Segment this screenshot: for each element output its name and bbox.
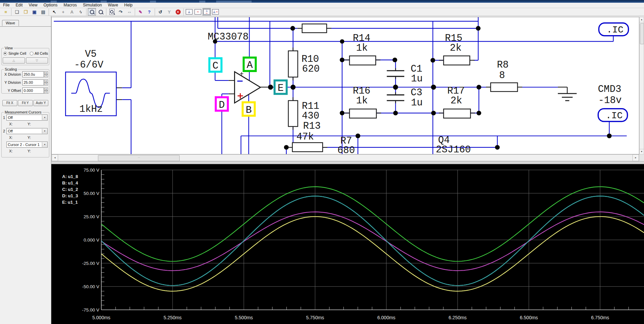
- y-offset-spinner[interactable]: ▲▼: [44, 88, 48, 94]
- cursor1-select[interactable]: Off ▼: [6, 115, 48, 121]
- trace-a-u1_8: [101, 187, 644, 261]
- menu-macros[interactable]: Macros: [60, 3, 80, 8]
- schematic-wires: [54, 17, 627, 154]
- capacitor-c1: [387, 71, 404, 76]
- trace-e-u1_1: [101, 196, 644, 285]
- zoom-fit-icon[interactable]: [108, 8, 116, 16]
- schematic-label--6/6v: -6/6V: [74, 59, 103, 71]
- dropdown-arrow-icon[interactable]: ▼: [42, 129, 47, 133]
- crosshair-icon[interactable]: +: [59, 8, 67, 16]
- scroll-up-icon[interactable]: ▲: [640, 17, 644, 22]
- waveform-viewer[interactable]: 5.000ms5.250ms5.500ms5.750ms6.000ms6.250…: [51, 164, 644, 324]
- help-icon[interactable]: ?: [145, 8, 153, 16]
- window-titlebar[interactable]: [0, 0, 644, 3]
- radio-single-cell-label: Single Cell: [8, 51, 26, 55]
- menu-options[interactable]: Options: [41, 3, 60, 8]
- y-tick-label: 25.00 V: [83, 214, 99, 219]
- rotate-icon[interactable]: ↷: [117, 8, 125, 16]
- y-offset-input[interactable]: 0.000: [22, 88, 44, 94]
- schematic-label-1k: 1k: [356, 43, 368, 54]
- cursor1-x-label: X:: [9, 122, 12, 126]
- netlist-wave-icon[interactable]: ≡: [2, 8, 10, 16]
- legend-item-b: B: u1_4: [62, 180, 78, 185]
- probe-letter-e: E: [278, 82, 284, 94]
- window-wave-icon[interactable]: ∼: [194, 8, 202, 16]
- x-tick-label: 5.500ms: [235, 315, 253, 320]
- cursor2-index: 2: [3, 129, 5, 133]
- window-split-icon[interactable]: ⊥∼: [203, 8, 211, 16]
- scroll-right-icon[interactable]: ►: [633, 154, 639, 161]
- cursor-diff-select[interactable]: Cursor 2 - Cursor 1 ▼: [6, 142, 48, 148]
- x-tick-label: 6.250ms: [448, 315, 467, 320]
- tab-wave[interactable]: Wave: [2, 20, 19, 26]
- schematic-label-1k: 1k: [356, 95, 368, 106]
- undo-icon[interactable]: ↺: [156, 8, 164, 16]
- dropdown-arrow-icon[interactable]: ▼: [42, 142, 47, 147]
- measurement-cursors-group: Measurement Cursors 1 Off ▼ X: Y: 2 Off …: [1, 112, 49, 157]
- probe-lightning-icon[interactable]: ϟ: [77, 8, 85, 16]
- cursor2-select[interactable]: Off ▼: [6, 128, 48, 134]
- menu-simulation[interactable]: Simulation: [80, 3, 105, 8]
- schematic-horizontal-scrollbar[interactable]: ◄ ∙∙∙ ►: [51, 154, 639, 161]
- save-icon[interactable]: ▣: [30, 8, 38, 16]
- fit-y-button[interactable]: Fit Y: [18, 100, 33, 106]
- schematic-label-1u: 1u: [411, 73, 423, 84]
- cell-down-button[interactable]: ▽: [26, 57, 48, 64]
- legend-item-e: E: u1_1: [62, 200, 78, 205]
- x-division-input[interactable]: 250.0u: [22, 71, 44, 77]
- fit-x-button[interactable]: Fit X: [2, 100, 17, 106]
- schematic-vertical-scrollbar[interactable]: ▲ ▼: [639, 17, 644, 154]
- scaling-group: Scaling X Division 250.0u ▲▼ Y Division …: [1, 69, 49, 94]
- schematic-label-r14: R14: [353, 33, 370, 44]
- window-schematic-icon[interactable]: ⊥: [185, 8, 193, 16]
- text-tool-icon[interactable]: A: [68, 8, 76, 16]
- probe-letter-d: D: [219, 99, 225, 111]
- edit-probe-icon[interactable]: ✎: [136, 8, 145, 16]
- schematic-label-1khz: 1kHz: [79, 104, 103, 115]
- menu-help[interactable]: Help: [121, 3, 136, 8]
- x-tick-label: 6.750ms: [591, 315, 609, 320]
- pointer-icon[interactable]: ↖: [50, 8, 58, 16]
- scroll-left-icon[interactable]: ◄: [52, 154, 58, 161]
- schematic-label-680: 680: [337, 145, 355, 154]
- window-tile-icon[interactable]: ⊥∼: [211, 8, 220, 16]
- open-folder-icon[interactable]: ❒: [22, 8, 30, 16]
- ic-directive-text: .IC: [606, 110, 622, 121]
- menu-wave[interactable]: Wave: [105, 3, 121, 8]
- opamp-symbol[interactable]: [235, 72, 261, 103]
- legend-item-a: A: u1_8: [62, 174, 78, 179]
- stop-icon[interactable]: ×: [174, 8, 182, 16]
- zoom-select-icon[interactable]: [88, 8, 96, 16]
- cell-up-button[interactable]: △: [3, 57, 25, 64]
- print-icon[interactable]: ▤: [39, 8, 47, 16]
- y-division-spinner[interactable]: ▲▼: [44, 79, 48, 85]
- resistor-r17: [444, 109, 471, 118]
- radio-all-cells[interactable]: [30, 52, 33, 55]
- wrench-icon[interactable]: Y: [165, 8, 173, 16]
- auto-y-button[interactable]: Auto Y: [33, 100, 48, 106]
- radio-single-cell[interactable]: [3, 52, 7, 55]
- scaling-group-label: Scaling: [4, 67, 18, 71]
- schematic-canvas[interactable]: MC33078V5-6/6V1kHzR10620R11430R1347kR141…: [51, 17, 639, 154]
- cursor1-y-label: Y:: [27, 122, 31, 126]
- scroll-down-icon[interactable]: ▼: [640, 149, 644, 154]
- menu-view[interactable]: View: [26, 3, 41, 8]
- zoom-icon[interactable]: [97, 8, 105, 16]
- new-file-icon[interactable]: ❏: [13, 8, 21, 16]
- y-division-input[interactable]: 25.00: [22, 79, 44, 85]
- schematic-label-2k: 2k: [450, 43, 462, 54]
- menu-file[interactable]: File: [0, 3, 12, 8]
- schematic-label-430: 430: [302, 110, 319, 122]
- schematic-label-8: 8: [499, 70, 505, 81]
- dropdown-arrow-icon[interactable]: ▼: [42, 115, 47, 120]
- x-division-spinner[interactable]: ▲▼: [44, 71, 48, 77]
- tab-strip-line: [0, 26, 51, 27]
- mirror-icon[interactable]: ⇔: [125, 8, 133, 16]
- wave-window-chrome: [51, 161, 644, 164]
- menu-edit[interactable]: Edit: [12, 3, 26, 8]
- x-tick-label: 5.750ms: [306, 315, 324, 320]
- scrollbar-thumb[interactable]: ∙∙∙: [98, 155, 180, 161]
- waveform-plot[interactable]: 5.000ms5.250ms5.500ms5.750ms6.000ms6.250…: [51, 164, 644, 324]
- schematic-label-v5: V5: [85, 49, 97, 60]
- scrollbar-thumb[interactable]: [640, 23, 644, 44]
